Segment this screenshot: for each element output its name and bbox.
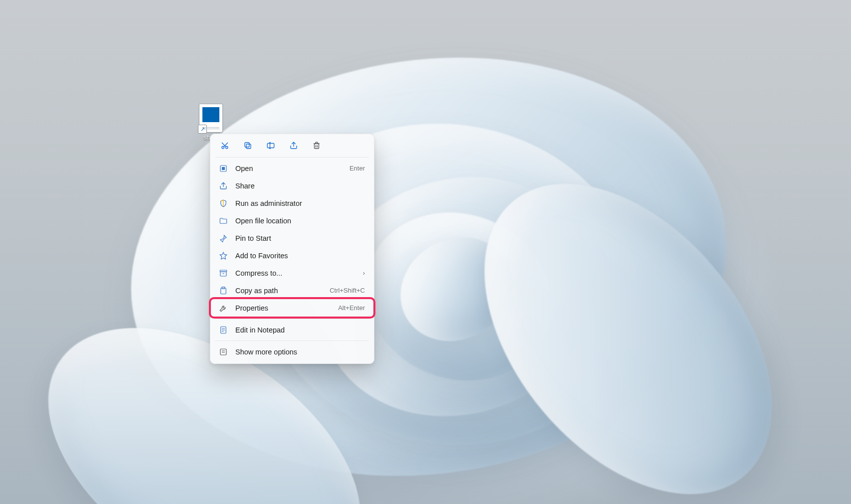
menu-item-copy-path[interactable]: Copy as pathCtrl+Shift+C — [213, 282, 371, 299]
svg-rect-3 — [245, 143, 249, 147]
menu-item-label: Add to Favorites — [235, 252, 365, 260]
cut-icon[interactable] — [219, 140, 230, 151]
menu-item-label: Show more options — [235, 348, 365, 356]
context-menu-toolbar — [213, 137, 371, 155]
menu-item-shortcut: Enter — [349, 165, 365, 172]
pin-icon — [218, 233, 228, 243]
menu-item-shortcut: Alt+Enter — [338, 304, 365, 312]
share-icon — [218, 181, 228, 191]
shortcut-arrow-badge: ↗ — [198, 125, 207, 134]
copy-icon[interactable] — [242, 140, 253, 151]
menu-item-label: Open file location — [235, 217, 365, 225]
menu-item-shortcut: Ctrl+Shift+C — [330, 287, 365, 294]
open-icon — [218, 164, 228, 173]
menu-item-edit-notepad[interactable]: Edit in Notepad — [213, 321, 371, 338]
menu-item-pin-start[interactable]: Pin to Start — [213, 229, 371, 247]
svg-point-1 — [226, 147, 228, 149]
menu-item-label: Edit in Notepad — [235, 326, 365, 334]
svg-rect-7 — [222, 167, 225, 170]
menu-item-label: Properties — [235, 304, 338, 312]
star-icon — [218, 251, 228, 261]
menu-item-share[interactable]: Share — [213, 177, 371, 194]
copypath-icon — [218, 286, 228, 296]
rename-icon[interactable] — [265, 140, 276, 151]
menu-item-more-options[interactable]: Show more options — [213, 343, 371, 360]
menu-item-label: Pin to Start — [235, 234, 365, 242]
menu-item-run-admin[interactable]: Run as administrator — [213, 194, 371, 212]
svg-point-0 — [222, 147, 224, 149]
menu-item-label: Copy as path — [235, 287, 330, 295]
archive-icon — [218, 268, 228, 278]
svg-rect-5 — [315, 144, 319, 149]
folder-icon — [218, 216, 228, 226]
separator — [215, 157, 369, 158]
separator — [215, 319, 369, 319]
shortcut-file-icon: ↗ — [199, 104, 223, 133]
delete-icon[interactable] — [311, 140, 322, 151]
share-icon[interactable] — [288, 140, 299, 151]
menu-item-compress[interactable]: Compress to...› — [213, 264, 371, 282]
svg-rect-4 — [267, 144, 274, 148]
context-menu: OpenEnterShareRun as administratorOpen f… — [210, 134, 374, 364]
svg-rect-9 — [220, 270, 227, 272]
chevron-right-icon: › — [363, 269, 365, 277]
notepad-icon — [218, 325, 228, 335]
desktop-wallpaper — [0, 0, 851, 504]
menu-item-open-location[interactable]: Open file location — [213, 212, 371, 229]
more-icon — [218, 347, 228, 357]
wrench-icon — [218, 303, 228, 313]
menu-item-properties[interactable]: PropertiesAlt+Enter — [213, 299, 371, 317]
menu-item-add-fav[interactable]: Add to Favorites — [213, 247, 371, 264]
svg-rect-13 — [220, 349, 226, 355]
svg-rect-8 — [220, 272, 226, 276]
menu-item-open[interactable]: OpenEnter — [213, 160, 371, 177]
menu-item-label: Share — [235, 182, 365, 190]
separator — [215, 340, 369, 341]
menu-item-label: Open — [235, 165, 349, 172]
shield-icon — [218, 198, 228, 208]
menu-item-label: Run as administrator — [235, 199, 365, 207]
menu-item-label: Compress to... — [235, 269, 363, 277]
svg-rect-2 — [246, 144, 251, 149]
